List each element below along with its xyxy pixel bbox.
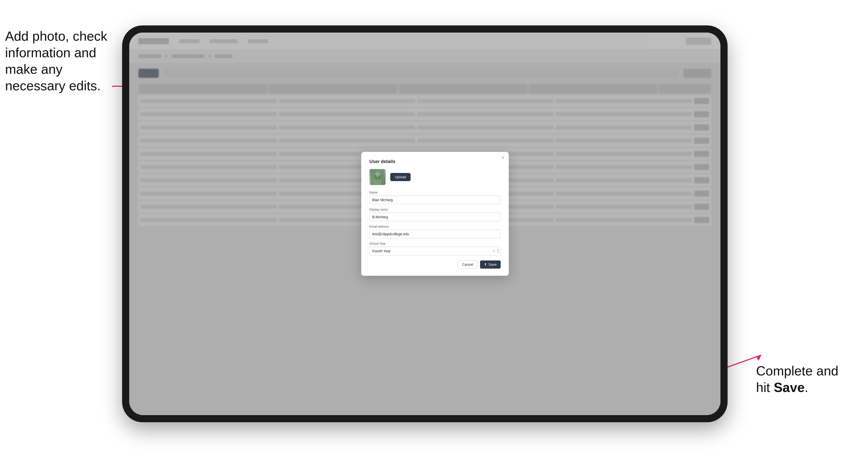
save-icon: ⬆	[484, 262, 487, 266]
school-year-input[interactable]	[369, 247, 501, 255]
display-name-label: Display name	[369, 208, 501, 211]
save-label: Save	[489, 262, 497, 267]
user-details-modal: User details × Upload	[361, 152, 509, 276]
school-year-wrapper: × ▲ ▼	[369, 247, 501, 255]
modal-title: User details	[369, 159, 501, 164]
school-year-clear-button[interactable]: ×	[492, 249, 496, 254]
modal-overlay: User details × Upload	[129, 33, 720, 415]
name-input[interactable]	[369, 196, 501, 204]
save-button[interactable]: ⬆ Save	[480, 260, 501, 269]
email-input[interactable]	[369, 230, 501, 238]
avatar-thumbnail	[369, 169, 386, 185]
modal-close-button[interactable]: ×	[501, 155, 504, 160]
school-year-label: School Year	[369, 242, 501, 245]
school-year-field-group: School Year × ▲ ▼	[369, 242, 501, 255]
chevron-up-icon: ▲	[497, 249, 499, 251]
school-year-arrows: ▲ ▼	[497, 249, 499, 253]
email-label: Email address	[369, 225, 501, 228]
modal-footer: Cancel ⬆ Save	[369, 260, 501, 269]
chevron-down-icon: ▼	[497, 251, 499, 253]
display-name-field-group: Display name	[369, 208, 501, 221]
display-name-input[interactable]	[369, 213, 501, 221]
annotation-left: Add photo, check information and make an…	[5, 28, 112, 94]
email-field-group: Email address	[369, 225, 501, 238]
tablet-frame: User details × Upload	[122, 25, 727, 422]
cancel-button[interactable]: Cancel	[458, 260, 477, 269]
tablet-screen: User details × Upload	[129, 33, 720, 415]
upload-photo-button[interactable]: Upload	[390, 173, 411, 181]
name-label: Name	[369, 191, 501, 194]
school-year-controls: × ▲ ▼	[492, 249, 499, 254]
photo-row: Upload	[369, 169, 501, 185]
name-field-group: Name	[369, 191, 501, 204]
